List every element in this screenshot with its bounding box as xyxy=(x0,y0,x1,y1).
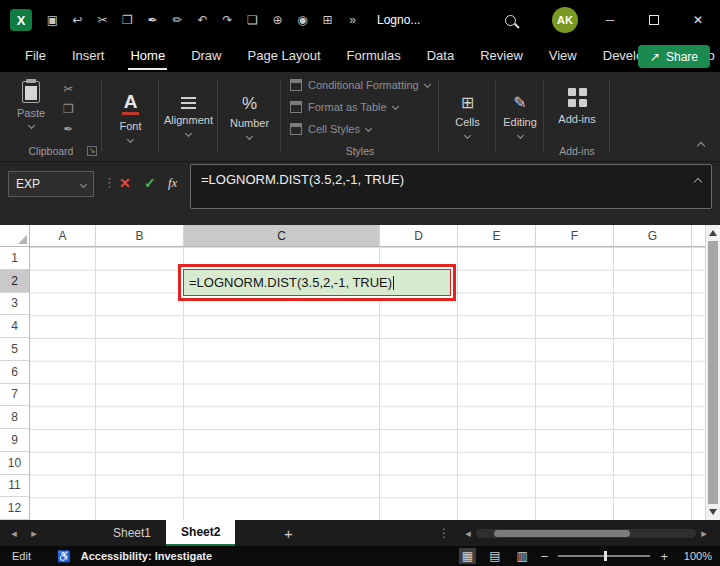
zoom-in-button[interactable]: + xyxy=(660,549,668,564)
sheet-tab-sheet1[interactable]: Sheet1 xyxy=(98,520,166,546)
hscroll-right-icon[interactable]: ▸ xyxy=(696,527,712,540)
column-header-d[interactable]: D xyxy=(380,225,458,246)
format-painter-icon[interactable]: ✒ xyxy=(140,0,165,40)
gridline xyxy=(95,247,96,520)
ribbon-group-editing[interactable]: ✎ Editing xyxy=(496,72,544,161)
menu-tab-view[interactable]: View xyxy=(536,40,590,72)
page-break-view-icon[interactable]: ▥ xyxy=(513,548,530,564)
row-header-2[interactable]: 2 xyxy=(0,270,29,293)
format-painter-icon[interactable]: ✒ xyxy=(63,122,74,136)
save-icon[interactable]: ▣ xyxy=(40,0,65,40)
ribbon-group-cells[interactable]: ⊞ Cells xyxy=(439,72,496,161)
zoom-slider[interactable] xyxy=(558,555,650,557)
zoom-level[interactable]: 100% xyxy=(678,550,712,562)
scroll-down-icon[interactable] xyxy=(709,509,717,515)
sheet-tab-sheet2[interactable]: Sheet2 xyxy=(166,520,235,546)
formula-input[interactable]: =LOGNORM.DIST(3.5,2,-1, TRUE) xyxy=(190,164,712,209)
cut-icon[interactable]: ✂ xyxy=(90,0,115,40)
avatar[interactable]: AK xyxy=(552,7,578,33)
row-header-4[interactable]: 4 xyxy=(0,315,29,338)
enter-icon[interactable]: ✓ xyxy=(144,175,156,191)
row-header-12[interactable]: 12 xyxy=(0,497,29,520)
column-header-c[interactable]: C xyxy=(184,225,380,246)
page-layout-view-icon[interactable]: ▤ xyxy=(486,548,503,564)
menubar: FileInsertHomeDrawPage LayoutFormulasDat… xyxy=(0,40,720,72)
row-header-6[interactable]: 6 xyxy=(0,361,29,384)
hscroll-left-icon[interactable]: ◂ xyxy=(460,527,476,540)
menu-tab-insert[interactable]: Insert xyxy=(59,40,118,72)
redo-arrow-icon[interactable]: ↷ xyxy=(215,0,240,40)
menu-tab-file[interactable]: File xyxy=(12,40,59,72)
column-header-e[interactable]: E xyxy=(458,225,536,246)
column-header-f[interactable]: F xyxy=(536,225,614,246)
column-header-b[interactable]: B xyxy=(96,225,184,246)
minimize-button[interactable]: ─ xyxy=(588,0,632,40)
cut-icon[interactable]: ✂ xyxy=(63,82,74,96)
table-icon[interactable]: ⊞ xyxy=(315,0,340,40)
scroll-up-icon[interactable] xyxy=(709,230,717,236)
share-button[interactable]: ↗ Share xyxy=(638,45,710,68)
row-header-9[interactable]: 9 xyxy=(0,429,29,452)
zoom-out-button[interactable]: − xyxy=(541,549,549,564)
ribbon-group-number[interactable]: % Number xyxy=(218,72,281,161)
row-header-7[interactable]: 7 xyxy=(0,384,29,407)
search-icon[interactable] xyxy=(505,15,516,26)
sheet-bar-more-icon[interactable]: ⋮ xyxy=(438,526,450,540)
menu-tab-page-layout[interactable]: Page Layout xyxy=(235,40,334,72)
more-commands-icon[interactable]: » xyxy=(340,0,365,40)
copy-icon[interactable]: ❐ xyxy=(63,102,74,116)
close-button[interactable]: ✕ xyxy=(676,0,720,40)
menu-tab-formulas[interactable]: Formulas xyxy=(334,40,414,72)
row-header-3[interactable]: 3 xyxy=(0,293,29,316)
row-header-11[interactable]: 11 xyxy=(0,475,29,498)
maximize-button[interactable] xyxy=(632,0,676,40)
sheet-nav-left-icon[interactable]: ◂ xyxy=(4,527,24,540)
row-header-10[interactable]: 10 xyxy=(0,452,29,475)
quick-access-toolbar: ▣↩✂❐✒✏↶↷❏⊕◉⊞» xyxy=(40,0,365,40)
ribbon-group-alignment[interactable]: Alignment xyxy=(159,72,218,161)
styles-item-format-as-table[interactable]: Format as Table xyxy=(290,97,439,116)
insert-function-icon[interactable]: fx xyxy=(168,175,177,191)
active-cell[interactable]: =LOGNORM.DIST(3.5,2,-1, TRUE) xyxy=(183,269,451,296)
paste-button[interactable]: Paste xyxy=(10,81,52,141)
row-headers: 123456789101112 xyxy=(0,247,30,520)
ribbon-group-font[interactable]: A Font xyxy=(102,72,159,161)
clipboard-dialog-launcher-icon[interactable]: ↘ xyxy=(87,146,97,156)
camera-icon[interactable]: ◉ xyxy=(290,0,315,40)
draw-icon[interactable]: ✏ xyxy=(165,0,190,40)
styles-item-conditional-formatting[interactable]: Conditional Formatting xyxy=(290,75,439,94)
formula-bar-collapse-icon[interactable] xyxy=(694,178,702,186)
copy-icon[interactable]: ❐ xyxy=(115,0,140,40)
format-as-table-label: Format as Table xyxy=(308,101,387,113)
select-all-corner[interactable] xyxy=(0,225,30,247)
menu-tab-home[interactable]: Home xyxy=(117,40,178,72)
undo-icon[interactable]: ↩ xyxy=(65,0,90,40)
horizontal-scroll-thumb[interactable] xyxy=(494,530,630,537)
cancel-icon[interactable]: ✕ xyxy=(119,175,131,191)
column-header-a[interactable]: A xyxy=(30,225,96,246)
document-icon[interactable]: ❏ xyxy=(240,0,265,40)
normal-view-icon[interactable]: ▦ xyxy=(459,548,476,564)
sheet-nav-right-icon[interactable]: ▸ xyxy=(24,527,44,540)
zoom-slider-thumb[interactable] xyxy=(604,551,607,561)
menu-tab-draw[interactable]: Draw xyxy=(178,40,234,72)
collapse-ribbon-icon[interactable] xyxy=(697,142,705,150)
name-box[interactable]: EXP xyxy=(8,171,94,197)
row-header-8[interactable]: 8 xyxy=(0,406,29,429)
hscroll-track[interactable] xyxy=(476,529,696,538)
horizontal-scrollbar[interactable]: ◂ ▸ xyxy=(460,520,712,546)
vertical-scroll-thumb[interactable] xyxy=(708,241,718,504)
accessibility-status[interactable]: Accessibility: Investigate xyxy=(81,550,212,562)
menu-tab-review[interactable]: Review xyxy=(467,40,536,72)
new-sheet-button[interactable]: + xyxy=(277,525,299,542)
excel-logo-icon[interactable]: X xyxy=(10,9,32,31)
attach-icon[interactable]: ⊕ xyxy=(265,0,290,40)
row-header-1[interactable]: 1 xyxy=(0,247,29,270)
column-header-g[interactable]: G xyxy=(614,225,692,246)
styles-item-cell-styles[interactable]: Cell Styles xyxy=(290,119,439,138)
vertical-scrollbar[interactable] xyxy=(705,225,720,520)
menu-tab-data[interactable]: Data xyxy=(414,40,467,72)
addins-button[interactable]: Add-ins xyxy=(544,72,610,141)
row-header-5[interactable]: 5 xyxy=(0,338,29,361)
undo-arrow-icon[interactable]: ↶ xyxy=(190,0,215,40)
